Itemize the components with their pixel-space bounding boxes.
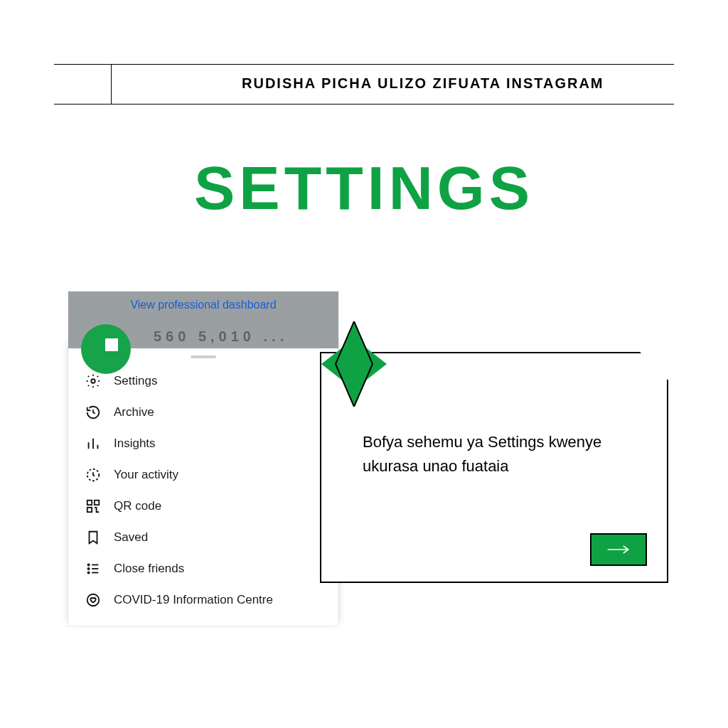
list-icon: [85, 561, 101, 577]
avatar: [81, 324, 131, 374]
menu-label: COVID-19 Information Centre: [114, 593, 273, 607]
menu-item-qr[interactable]: QR code: [82, 491, 324, 522]
arrow-right-icon: [606, 544, 631, 555]
menu-item-insights[interactable]: Insights: [82, 428, 324, 459]
sheet-handle[interactable]: [191, 355, 216, 358]
header-rule-top: [54, 64, 674, 65]
svg-point-5: [87, 564, 89, 565]
svg-point-8: [87, 594, 100, 606]
activity-icon: [85, 467, 101, 483]
menu-label: QR code: [114, 499, 161, 513]
bottom-sheet: Settings Archive Insights: [68, 340, 338, 626]
profile-stats: 560 5,010 ...: [154, 328, 288, 345]
menu-item-activity[interactable]: Your activity: [82, 459, 324, 491]
header-rule-bottom: [54, 104, 674, 105]
menu-label: Settings: [114, 374, 157, 388]
menu-item-covid[interactable]: COVID-19 Information Centre: [82, 584, 324, 616]
svg-point-6: [87, 568, 89, 569]
menu-item-saved[interactable]: Saved: [82, 522, 324, 553]
menu-label: Insights: [114, 437, 156, 451]
history-icon: [85, 405, 101, 420]
svg-point-0: [91, 379, 95, 383]
menu-item-archive[interactable]: Archive: [82, 397, 324, 428]
page-title: SETTINGS: [0, 153, 728, 223]
svg-marker-10: [321, 338, 387, 390]
dashboard-link[interactable]: View professional dashboard: [130, 299, 276, 311]
qr-icon: [85, 498, 101, 514]
breadcrumb: RUDISHA PICHA ULIZO ZIFUATA INSTAGRAM: [242, 75, 604, 92]
phone-screenshot: View professional dashboard 560 5,010 ..…: [68, 291, 338, 626]
page: RUDISHA PICHA ULIZO ZIFUATA INSTAGRAM SE…: [0, 0, 728, 728]
menu-label: Your activity: [114, 468, 178, 482]
bookmark-icon: [85, 530, 101, 545]
svg-rect-2: [87, 500, 92, 505]
svg-point-7: [87, 572, 89, 573]
diamond-icon: [321, 321, 387, 407]
svg-rect-4: [87, 508, 92, 512]
header-divider: [111, 64, 112, 104]
menu-label: Close friends: [114, 562, 184, 576]
menu-item-close-friends[interactable]: Close friends: [82, 553, 324, 584]
svg-rect-3: [95, 500, 99, 505]
callout-text: Bofya sehemu ya Settings kwenye ukurasa …: [363, 430, 610, 478]
heart-location-icon: [85, 592, 101, 608]
settings-icon: [85, 373, 101, 389]
phone-profile-header: View professional dashboard 560 5,010 ..…: [68, 291, 338, 348]
menu-label: Saved: [114, 530, 148, 545]
next-button[interactable]: [590, 533, 647, 566]
menu-label: Archive: [114, 405, 154, 419]
bar-chart-icon: [85, 436, 101, 451]
